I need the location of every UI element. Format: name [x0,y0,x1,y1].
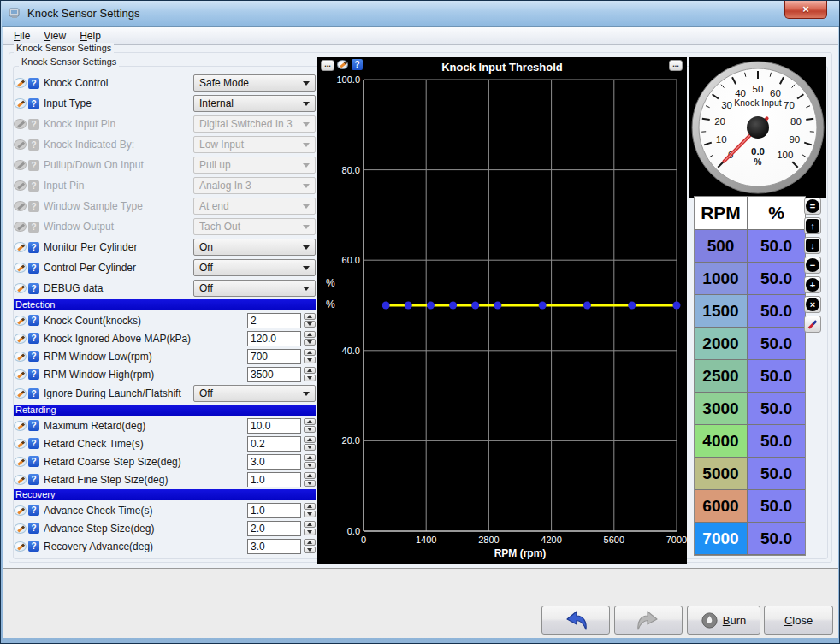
menu-file[interactable]: File [7,27,37,44]
pct-cell[interactable]: 50.0 [748,295,805,328]
edit-note-icon[interactable] [14,505,27,516]
number-input[interactable]: 2 [247,313,301,328]
spinner-up-button[interactable] [304,418,316,425]
number-input[interactable]: 3.0 [247,539,301,554]
rpm-cell[interactable]: 500 [695,230,748,263]
number-input[interactable]: 2.0 [247,521,301,536]
edit-pencil-button[interactable] [804,316,821,333]
number-input[interactable]: 120.0 [247,331,301,346]
rpm-cell[interactable]: 1000 [695,263,748,295]
spinner-up-button[interactable] [304,367,316,374]
setting-dropdown[interactable]: Safe Mode [193,74,316,92]
rpm-cell[interactable]: 2000 [695,328,748,360]
help-icon[interactable]: ? [28,388,39,399]
number-input[interactable]: 1.0 [247,472,301,487]
chart-options-right-button[interactable]: ... [669,60,683,71]
curve-point[interactable] [628,302,636,310]
number-input[interactable]: 700 [247,349,301,364]
knock-threshold-chart[interactable]: Knock Input Threshold0.020.040.060.080.0… [317,57,687,567]
help-icon[interactable]: ? [28,78,39,89]
pct-cell[interactable]: 50.0 [748,393,805,425]
edit-note-icon[interactable] [14,283,27,293]
pct-cell[interactable]: 50.0 [748,263,805,295]
pct-cell[interactable]: 50.0 [748,458,805,490]
edit-note-icon[interactable] [14,242,27,252]
curve-point[interactable] [539,302,547,310]
help-icon[interactable]: ? [28,283,39,294]
spinner-down-button[interactable] [304,339,316,346]
number-input[interactable]: 10.0 [247,418,301,434]
help-icon[interactable]: ? [28,541,39,552]
edit-note-icon[interactable] [14,541,27,552]
setting-dropdown[interactable]: Internal [193,95,316,112]
spinner-down-button[interactable] [304,321,316,328]
burn-button[interactable]: Burn [687,606,760,635]
edit-note-icon[interactable] [14,475,27,485]
rpm-cell[interactable]: 3000 [695,393,748,425]
menu-help[interactable]: Help [73,27,108,44]
close-button[interactable]: Close [764,606,833,635]
edit-note-icon[interactable] [14,439,27,449]
edit-note-icon[interactable] [14,263,27,273]
help-icon[interactable]: ? [28,351,39,362]
spinner-down-button[interactable] [304,511,316,517]
help-icon[interactable]: ? [28,420,39,431]
close-window-button[interactable]: × [784,1,827,19]
edit-note-icon[interactable] [14,421,27,431]
help-icon[interactable]: ? [28,456,39,467]
shift-down-button[interactable]: ↓ [804,237,821,254]
redo-button[interactable] [614,606,683,635]
edit-note-icon[interactable] [14,457,27,467]
edit-note-icon[interactable] [14,388,27,399]
number-input[interactable]: 0.2 [247,436,301,452]
chart-edit-icon[interactable] [337,59,350,70]
rpm-cell[interactable]: 4000 [695,425,748,458]
help-icon[interactable]: ? [28,523,39,534]
spinner-down-button[interactable] [304,444,316,451]
pct-cell[interactable]: 50.0 [748,360,805,393]
chart-help-icon[interactable]: ? [352,59,363,70]
rpm-cell[interactable]: 7000 [695,523,748,555]
spinner-down-button[interactable] [304,375,316,381]
spinner-down-button[interactable] [304,529,316,535]
rpm-cell[interactable]: 2500 [695,360,748,393]
help-icon[interactable]: ? [28,263,39,274]
help-icon[interactable]: ? [28,333,39,344]
pct-cell[interactable]: 50.0 [748,328,805,360]
setting-dropdown[interactable]: Off [193,280,316,297]
curve-point[interactable] [673,302,681,310]
menu-view[interactable]: View [37,27,73,44]
spinner-up-button[interactable] [304,539,316,546]
spinner-up-button[interactable] [304,436,316,443]
help-icon[interactable]: ? [28,438,39,449]
edit-note-icon[interactable] [14,352,27,362]
spinner-down-button[interactable] [304,426,316,433]
curve-point[interactable] [405,302,412,310]
edit-note-icon[interactable] [14,98,27,109]
spinner-down-button[interactable] [304,462,316,469]
help-icon[interactable]: ? [28,242,39,253]
number-input[interactable]: 1.0 [247,503,301,518]
curve-point[interactable] [427,302,435,310]
decrement-button[interactable]: − [804,257,821,274]
help-icon[interactable]: ? [28,98,39,109]
edit-note-icon[interactable] [14,334,27,344]
curve-point[interactable] [449,302,457,310]
spinner-down-button[interactable] [304,547,316,553]
rpm-cell[interactable]: 1500 [695,295,748,328]
chart-options-left-button[interactable]: ... [321,60,334,71]
setting-dropdown[interactable]: Off [193,385,316,402]
setting-dropdown[interactable]: On [193,239,316,256]
rpm-cell[interactable]: 5000 [695,458,748,490]
increment-button[interactable]: + [804,276,821,293]
curve-point[interactable] [471,302,479,310]
help-icon[interactable]: ? [28,315,39,326]
spinner-up-button[interactable] [304,454,316,461]
edit-note-icon[interactable] [14,369,27,380]
spinner-up-button[interactable] [304,503,316,510]
number-input[interactable]: 3500 [247,367,301,382]
spinner-up-button[interactable] [304,521,316,528]
scale-button[interactable]: × [804,296,821,313]
spinner-up-button[interactable] [304,349,316,356]
undo-button[interactable] [541,606,610,635]
